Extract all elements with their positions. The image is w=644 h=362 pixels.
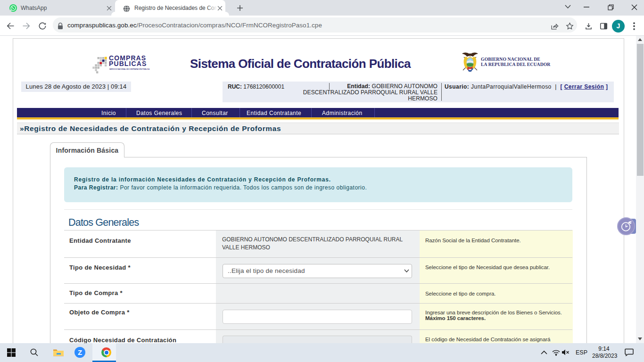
svg-text:Z: Z [78,348,82,356]
